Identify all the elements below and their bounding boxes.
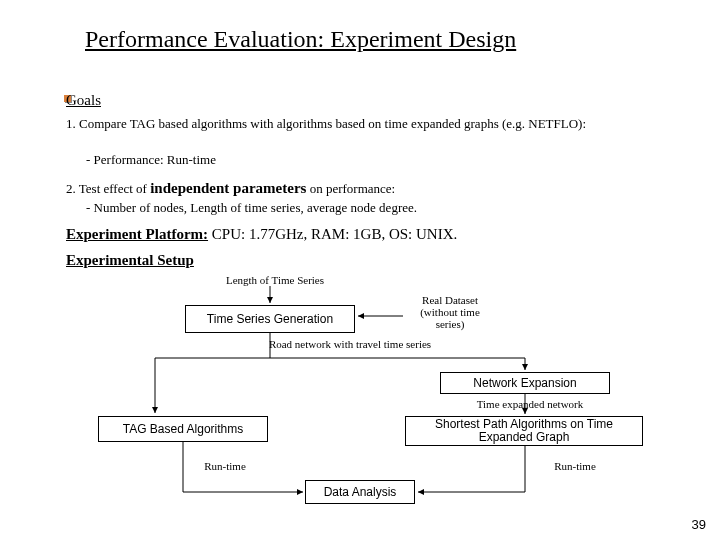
page-title: Performance Evaluation: Experiment Desig… <box>85 26 516 53</box>
goal-2-post: on performance: <box>306 181 395 196</box>
goal-2-bold: independent parameters <box>150 180 306 196</box>
goal-1-text: 1. Compare TAG based algorithms with alg… <box>66 116 680 132</box>
goals-heading: Goals <box>66 92 101 109</box>
setup-heading: Experimental Setup <box>66 252 194 269</box>
platform-value: CPU: 1.77GHz, RAM: 1GB, OS: UNIX. <box>208 226 457 242</box>
platform-label: Experiment Platform: <box>66 226 208 242</box>
goal-2-text: 2. Test effect of independent parameters… <box>66 180 395 197</box>
flow-diagram: Length of Time Series Time Series Genera… <box>0 270 720 520</box>
page-number: 39 <box>692 517 706 532</box>
goal-2-sub: - Number of nodes, Length of time series… <box>86 200 417 216</box>
diagram-arrows <box>0 270 720 530</box>
platform-line: Experiment Platform: CPU: 1.77GHz, RAM: … <box>66 226 457 243</box>
goal-2-pre: 2. Test effect of <box>66 181 150 196</box>
goal-1-sub: - Performance: Run-time <box>86 152 216 168</box>
